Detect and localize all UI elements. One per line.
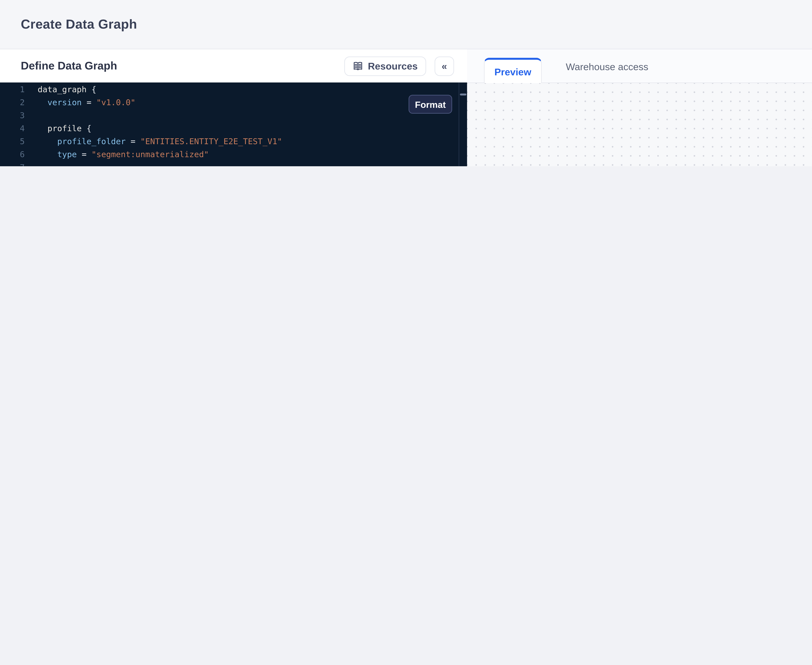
code-lines: 1data_graph {2 version = "v1.0.0"34 prof… <box>0 83 459 166</box>
panel-resizer[interactable] <box>459 82 467 166</box>
code-line: 6 type = "segment:unmaterialized" <box>0 148 459 161</box>
tab-preview[interactable]: Preview <box>484 58 542 83</box>
line-number: 1 <box>0 83 25 96</box>
code-editor[interactable]: 1data_graph {2 version = "v1.0.0"34 prof… <box>0 82 459 166</box>
line-number: 3 <box>0 109 25 122</box>
line-number: 5 <box>0 135 25 148</box>
panel-title: Define Data Graph <box>21 59 117 72</box>
code-line: 3 <box>0 109 459 122</box>
collapse-panel-button[interactable]: « <box>435 56 454 76</box>
code-line: 5 profile_folder = "ENTITIES.ENTITY_E2E_… <box>0 135 459 148</box>
line-number: 6 <box>0 148 25 161</box>
code-line: 2 version = "v1.0.0" <box>0 96 459 109</box>
left-panel-header: Define Data Graph Resources « <box>0 49 467 82</box>
preview-tabbar: Preview Warehouse access <box>467 49 812 83</box>
book-icon <box>353 61 363 71</box>
chevrons-left-icon: « <box>441 61 447 71</box>
line-number: 2 <box>0 96 25 109</box>
line-number: 7 <box>0 161 25 166</box>
create-data-graph-window: Create Data Graph Cancel Define Data Gra… <box>0 0 812 166</box>
page-title: Create Data Graph <box>21 17 137 32</box>
graph-edges <box>467 83 812 166</box>
format-button[interactable]: Format <box>408 95 452 114</box>
app-header: Create Data Graph Cancel <box>0 0 812 49</box>
code-line: 7 <box>0 161 459 166</box>
line-number: 4 <box>0 122 25 135</box>
preview-canvas[interactable]: ProfileEmail AccountEmail Accounts1 data… <box>467 83 812 166</box>
resources-button-label: Resources <box>368 61 418 71</box>
code-line: 1data_graph { <box>0 83 459 96</box>
tab-warehouse-access[interactable]: Warehouse access <box>558 49 656 83</box>
left-panel-actions: Resources « <box>344 56 454 76</box>
code-line: 4 profile { <box>0 122 459 135</box>
resizer-handle-icon <box>460 93 466 95</box>
resources-button[interactable]: Resources <box>344 56 426 76</box>
